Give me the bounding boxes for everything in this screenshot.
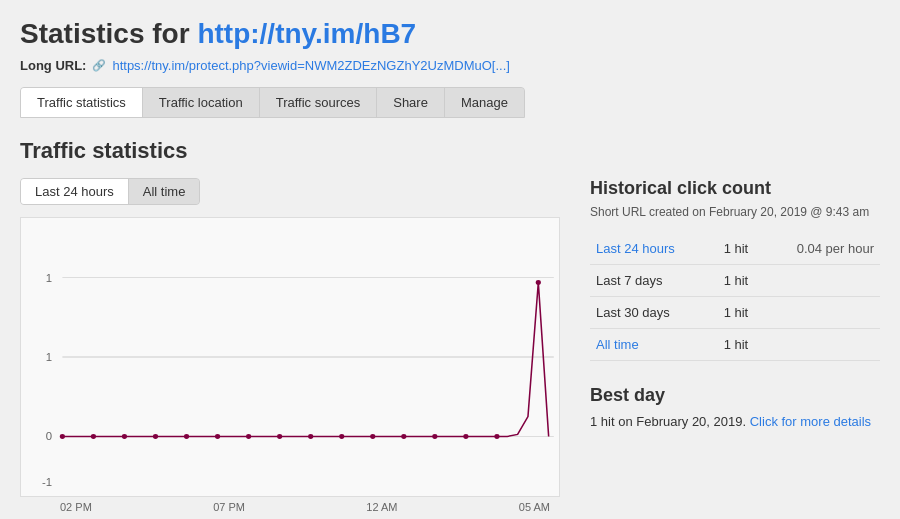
stats-hits-alltime: 1 hit <box>711 329 760 361</box>
x-label-2: 07 PM <box>213 501 245 513</box>
svg-point-8 <box>91 434 96 439</box>
stats-table: Last 24 hours 1 hit 0.04 per hour Last 7… <box>590 233 880 361</box>
svg-point-17 <box>370 434 375 439</box>
historical-subtitle: Short URL created on February 20, 2019 @… <box>590 205 880 219</box>
svg-point-10 <box>153 434 158 439</box>
svg-text:1: 1 <box>46 351 52 363</box>
stats-hits-7d: 1 hit <box>711 265 760 297</box>
stats-row-alltime: All time 1 hit <box>590 329 880 361</box>
chart-container: 1 1 0 -1 <box>20 217 560 497</box>
title-static: Statistics for <box>20 18 190 49</box>
best-day-text: 1 hit on February 20, 2019. Click for mo… <box>590 414 880 429</box>
chart-x-labels: 02 PM 07 PM 12 AM 05 AM <box>20 497 560 513</box>
svg-text:1: 1 <box>46 272 52 284</box>
stats-hits-30d: 1 hit <box>711 297 760 329</box>
x-label-3: 12 AM <box>366 501 397 513</box>
best-day-title: Best day <box>590 385 880 406</box>
svg-point-9 <box>122 434 127 439</box>
svg-point-14 <box>277 434 282 439</box>
stats-rate-7d <box>760 265 880 297</box>
svg-point-20 <box>463 434 468 439</box>
svg-point-12 <box>215 434 220 439</box>
long-url-label: Long URL: <box>20 58 86 73</box>
historical-title: Historical click count <box>590 178 880 199</box>
stats-period-24h[interactable]: Last 24 hours <box>590 233 711 265</box>
stats-row-7d: Last 7 days 1 hit <box>590 265 880 297</box>
x-label-4: 05 AM <box>519 501 550 513</box>
tab-share[interactable]: Share <box>377 88 445 117</box>
stats-period-alltime[interactable]: All time <box>590 329 711 361</box>
stats-period-30d: Last 30 days <box>590 297 711 329</box>
stats-rate-30d <box>760 297 880 329</box>
right-panel: Historical click count Short URL created… <box>590 178 880 513</box>
tab-traffic-statistics[interactable]: Traffic statistics <box>21 88 143 117</box>
svg-point-11 <box>184 434 189 439</box>
stats-hits-24h: 1 hit <box>711 233 760 265</box>
svg-text:-1: -1 <box>42 476 52 488</box>
svg-point-18 <box>401 434 406 439</box>
time-tab-alltime[interactable]: All time <box>129 179 200 204</box>
chart-svg: 1 1 0 -1 <box>21 218 559 496</box>
svg-point-19 <box>432 434 437 439</box>
svg-point-21 <box>494 434 499 439</box>
stats-rate-alltime <box>760 329 880 361</box>
x-label-1: 02 PM <box>60 501 92 513</box>
long-url-link[interactable]: https://tny.im/protect.php?viewid=NWM2ZD… <box>112 58 509 73</box>
time-tabs: Last 24 hours All time <box>20 178 200 205</box>
svg-point-22 <box>536 280 541 285</box>
short-url-link[interactable]: http://tny.im/hB7 <box>197 18 416 49</box>
tabs-bar: Traffic statistics Traffic location Traf… <box>20 87 525 118</box>
svg-text:0: 0 <box>46 431 52 443</box>
tab-traffic-sources[interactable]: Traffic sources <box>260 88 378 117</box>
tab-manage[interactable]: Manage <box>445 88 524 117</box>
link-icon: 🔗 <box>92 59 106 72</box>
best-day-link[interactable]: Click for more details <box>750 414 871 429</box>
best-day-static: 1 hit on February 20, 2019. <box>590 414 746 429</box>
svg-point-16 <box>339 434 344 439</box>
svg-point-7 <box>60 434 65 439</box>
tab-traffic-location[interactable]: Traffic location <box>143 88 260 117</box>
section-title: Traffic statistics <box>20 138 880 164</box>
stats-period-7d: Last 7 days <box>590 265 711 297</box>
chart-section: Last 24 hours All time 1 1 0 -1 <box>20 178 560 513</box>
time-tab-24h[interactable]: Last 24 hours <box>21 179 129 204</box>
page-title: Statistics for http://tny.im/hB7 <box>20 18 880 50</box>
stats-row-24h: Last 24 hours 1 hit 0.04 per hour <box>590 233 880 265</box>
long-url-row: Long URL: 🔗 https://tny.im/protect.php?v… <box>20 58 880 73</box>
svg-point-13 <box>246 434 251 439</box>
stats-rate-24h: 0.04 per hour <box>760 233 880 265</box>
main-content: Last 24 hours All time 1 1 0 -1 <box>20 178 880 513</box>
stats-row-30d: Last 30 days 1 hit <box>590 297 880 329</box>
svg-point-15 <box>308 434 313 439</box>
